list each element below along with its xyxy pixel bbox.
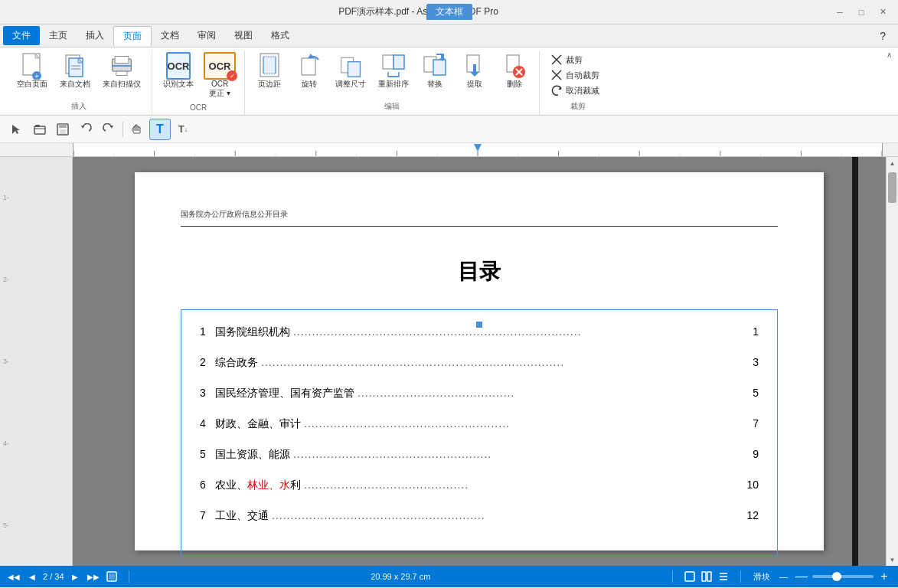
title-bar: PDF演示样本.pdf - Ashampoo PDF Pro 文本框 ─ □ ✕	[0, 0, 898, 24]
auto-crop-icon	[550, 69, 563, 81]
auto-crop-button[interactable]: 自动裁剪	[546, 67, 604, 83]
menu-item-document[interactable]: 文档	[152, 26, 188, 45]
toc-item-3: 3 国民经济管理、国有资产监管 ........................…	[200, 387, 759, 400]
toc-item-4: 4 财政、金融、审计 .............................…	[200, 417, 759, 431]
window-controls: ─ □ ✕	[831, 5, 892, 20]
quick-access-toolbar: T T↓	[0, 116, 898, 143]
vertical-scrollbar[interactable]: ▲ ▼	[886, 157, 898, 566]
from-scan-icon	[109, 54, 134, 78]
svg-rect-72	[707, 572, 711, 581]
replace-icon	[423, 54, 447, 78]
toc-num-1: 1	[200, 325, 215, 338]
active-tab-badge: 文本框	[426, 4, 472, 20]
page-edge-shadow	[852, 157, 858, 566]
menu-bar: 文件 主页 插入 页面 文档 审阅 视图 格式 ?	[0, 24, 898, 47]
svg-rect-71	[702, 572, 706, 581]
pointer-tool[interactable]	[6, 119, 28, 140]
crop-scissors-icon	[550, 54, 563, 66]
menu-item-page[interactable]: 页面	[113, 26, 152, 46]
svg-rect-40	[35, 125, 40, 127]
svg-rect-21	[348, 62, 360, 77]
save-tool[interactable]	[52, 119, 73, 140]
redo-tool[interactable]	[98, 119, 119, 140]
insert-text-tool[interactable]: T↓	[172, 119, 194, 140]
ribbon-group-edit: 页边距 旋转	[245, 51, 540, 115]
toc-title-4: 财政、金融、审计	[215, 417, 301, 431]
scroll-track[interactable]	[887, 169, 898, 554]
svg-rect-22	[383, 55, 393, 69]
pdf-header: 国务院办公厅政府信息公开目录	[181, 209, 778, 227]
toc-dots-5: ........................................…	[293, 448, 749, 460]
help-button[interactable]: ?	[870, 27, 895, 45]
prev-page-button[interactable]: ◀	[24, 569, 40, 584]
blank-page-button[interactable]: + 空白页面	[12, 51, 52, 92]
zoom-out-button[interactable]: —	[794, 569, 809, 584]
zoom-slider[interactable]	[812, 575, 874, 578]
menu-item-review[interactable]: 审阅	[188, 26, 225, 45]
menu-item-insert[interactable]: 插入	[77, 26, 113, 45]
resize-label: 调整尺寸	[335, 80, 366, 89]
extract-button[interactable]: 提取	[456, 51, 493, 92]
menu-item-format[interactable]: 格式	[262, 26, 299, 45]
toc-item-5: 5 国土资源、能源 ..............................…	[200, 448, 759, 462]
toc-item-6: 6 农业、林业、水利 .............................…	[200, 479, 759, 492]
delete-icon	[502, 54, 527, 78]
toc-page-2: 3	[753, 356, 759, 368]
recognize-text-label: 识别文本	[163, 80, 194, 89]
page-margin-button[interactable]: 页边距	[251, 51, 288, 92]
zoom-thumb[interactable]	[832, 572, 841, 581]
text-tool[interactable]: T	[149, 119, 171, 140]
ocr-more-button[interactable]: OCR ✓ OCR更正 ▾	[201, 51, 238, 101]
zoom-in-button[interactable]: +	[877, 569, 892, 584]
scroll-up-button[interactable]: ▲	[887, 157, 899, 169]
hand-tool[interactable]	[126, 119, 148, 140]
toc-dots-2: ........................................…	[261, 356, 749, 368]
reorder-button[interactable]: 重新排序	[374, 51, 413, 92]
ribbon-ocr-label: OCR	[158, 102, 238, 115]
ribbon-group-insert-items: + 空白页面 来自文档	[12, 51, 145, 100]
toc-title-1: 国务院组织机构	[215, 325, 290, 339]
toc-page-6: 10	[746, 479, 759, 491]
undo-tool[interactable]	[75, 119, 96, 140]
next-page-button[interactable]: ▶	[67, 569, 83, 584]
ribbon-collapse-button[interactable]: ∧	[887, 51, 892, 59]
svg-rect-23	[393, 55, 404, 69]
resize-button[interactable]: 调整尺寸	[331, 51, 371, 92]
last-page-button[interactable]: ▶▶	[86, 569, 101, 584]
scroll-thumb[interactable]	[888, 172, 896, 203]
from-scan-label: 来自扫描仪	[103, 80, 141, 89]
recognize-text-button[interactable]: OCR 识别文本	[158, 51, 198, 92]
scroll-down-button[interactable]: ▼	[887, 554, 899, 566]
maximize-button[interactable]: □	[852, 5, 870, 20]
crop-button[interactable]: 裁剪	[546, 52, 587, 67]
view-mode-3[interactable]	[716, 569, 731, 584]
fit-page-button[interactable]	[104, 569, 119, 584]
rotate-button[interactable]: 旋转	[291, 51, 328, 92]
view-mode-2[interactable]	[699, 569, 714, 584]
first-page-button[interactable]: ◀◀	[6, 569, 21, 584]
page-margin-label: 页边距	[258, 80, 281, 89]
delete-button[interactable]: 删除	[496, 51, 533, 92]
from-doc-button[interactable]: 来自文档	[55, 51, 95, 92]
menu-item-home[interactable]: 主页	[40, 26, 77, 45]
svg-text:✓: ✓	[230, 73, 235, 80]
view-mode-1[interactable]	[682, 569, 697, 584]
close-button[interactable]: ✕	[874, 5, 892, 20]
rotate-label: 旋转	[302, 80, 317, 89]
svg-rect-26	[433, 60, 446, 75]
menu-item-view[interactable]: 视图	[225, 26, 262, 45]
ribbon-insert-label: 插入	[12, 100, 145, 115]
view-mode-controls	[682, 569, 731, 584]
cancel-crop-button[interactable]: 取消裁减	[546, 83, 604, 98]
cancel-crop-label: 取消裁减	[566, 85, 599, 96]
toc-num-7: 7	[200, 509, 215, 521]
open-tool[interactable]	[29, 119, 51, 140]
menu-item-file[interactable]: 文件	[3, 26, 40, 45]
nav-controls: ◀◀ ◀ 2 / 34 ▶ ▶▶	[6, 569, 119, 584]
selection-handle[interactable]	[476, 322, 482, 328]
extract-label: 提取	[467, 80, 482, 89]
minimize-button[interactable]: ─	[831, 5, 849, 20]
replace-button[interactable]: 替换	[416, 51, 453, 92]
page-margin-icon	[257, 54, 282, 78]
from-scan-button[interactable]: 来自扫描仪	[98, 51, 145, 92]
